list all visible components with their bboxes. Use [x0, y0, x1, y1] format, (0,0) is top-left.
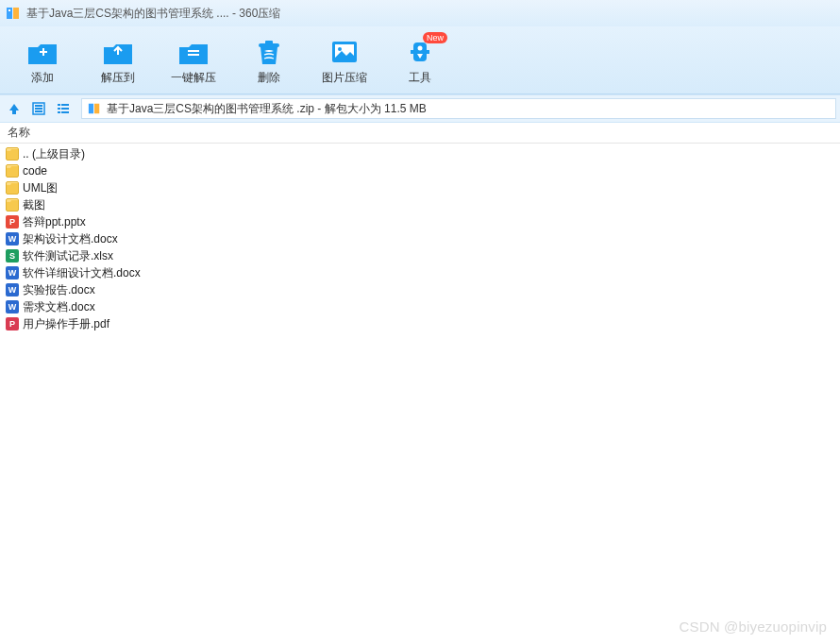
- toolbar-label: 一键解压: [171, 70, 216, 86]
- svg-rect-22: [58, 108, 60, 110]
- list-item[interactable]: W实验报告.docx: [0, 281, 840, 298]
- folder-icon: [6, 198, 19, 212]
- list-item[interactable]: P答辩ppt.pptx: [0, 213, 840, 230]
- svg-rect-25: [61, 111, 69, 113]
- tools-button[interactable]: 工具New: [396, 38, 444, 86]
- archive-icon: [88, 102, 101, 115]
- file-name: 软件测试记录.xlsx: [23, 248, 113, 264]
- svg-rect-8: [265, 41, 273, 44]
- svg-rect-14: [411, 50, 414, 54]
- xlsx-icon: S: [6, 249, 19, 263]
- svg-rect-15: [426, 50, 429, 54]
- list-item[interactable]: 截图: [0, 196, 840, 213]
- list-item[interactable]: P用户操作手册.pdf: [0, 315, 840, 332]
- watermark: CSDN @biyezuopinvip: [679, 619, 827, 635]
- app-icon: [6, 6, 21, 21]
- list-item[interactable]: W架构设计文档.docx: [0, 230, 840, 247]
- toolbar-label: 解压到: [101, 70, 135, 86]
- docx-icon: W: [6, 283, 19, 297]
- file-name: UML图: [23, 180, 58, 196]
- extract_to-button[interactable]: 解压到: [94, 38, 142, 86]
- svg-rect-4: [42, 48, 44, 56]
- svg-point-11: [338, 47, 342, 51]
- svg-rect-6: [188, 54, 199, 56]
- docx-icon: W: [6, 300, 19, 314]
- svg-rect-24: [58, 111, 60, 113]
- file-name: 实验报告.docx: [23, 282, 95, 298]
- toolbar: 添加解压到一键解压删除图片压缩工具New: [0, 26, 840, 94]
- svg-rect-19: [35, 110, 42, 112]
- list-item[interactable]: .. (上级目录): [0, 145, 840, 162]
- view-mode-button[interactable]: [28, 98, 49, 119]
- oneclick-icon: [177, 38, 210, 66]
- file-name: 截图: [23, 197, 45, 213]
- docx-icon: W: [6, 266, 19, 280]
- image-compress-icon: [328, 38, 361, 66]
- image_compress-button[interactable]: 图片压缩: [321, 38, 368, 86]
- svg-rect-26: [89, 104, 93, 114]
- size-value: 11.5 MB: [384, 102, 427, 115]
- folder-icon: [6, 181, 19, 195]
- add-button[interactable]: 添加: [19, 38, 66, 86]
- toolbar-label: 图片压缩: [322, 70, 367, 86]
- delete-button[interactable]: 删除: [245, 38, 293, 86]
- folder-icon: [6, 147, 19, 161]
- svg-point-13: [418, 46, 423, 51]
- svg-rect-20: [58, 104, 60, 106]
- one_click-button[interactable]: 一键解压: [170, 38, 217, 86]
- svg-rect-23: [61, 108, 69, 110]
- new-badge: New: [423, 32, 447, 43]
- file-name: 需求文档.docx: [23, 299, 95, 315]
- file-list: .. (上级目录)codeUML图截图P答辩ppt.pptxW架构设计文档.do…: [0, 144, 840, 334]
- add-icon: [26, 38, 59, 66]
- list-item[interactable]: W需求文档.docx: [0, 298, 840, 315]
- archive-name: 基于Java三层CS架构的图书管理系统 .zip: [107, 102, 314, 115]
- file-name: 用户操作手册.pdf: [23, 316, 109, 332]
- delete-icon: [253, 38, 285, 66]
- list-view-button[interactable]: [53, 98, 74, 119]
- docx-icon: W: [6, 232, 19, 246]
- svg-rect-0: [7, 8, 12, 19]
- svg-rect-18: [35, 108, 42, 110]
- svg-rect-17: [35, 105, 42, 107]
- toolbar-label: 工具: [409, 70, 431, 86]
- file-name: 软件详细设计文档.docx: [23, 265, 141, 281]
- svg-rect-21: [61, 104, 69, 106]
- list-item[interactable]: UML图: [0, 179, 840, 196]
- list-item[interactable]: S软件测试记录.xlsx: [0, 247, 840, 264]
- file-name: code: [23, 164, 47, 178]
- svg-rect-5: [188, 50, 199, 52]
- window-title: 基于Java三层CS架构的图书管理系统 .... - 360压缩: [26, 6, 280, 22]
- file-name: .. (上级目录): [23, 146, 85, 162]
- path-text: 基于Java三层CS架构的图书管理系统 .zip - 解包大小为 11.5 MB: [107, 101, 427, 117]
- file-name: 答辩ppt.pptx: [23, 214, 86, 230]
- nav-up-button[interactable]: [4, 98, 25, 119]
- toolbar-label: 删除: [258, 70, 280, 86]
- list-item[interactable]: W软件详细设计文档.docx: [0, 264, 840, 281]
- path-box[interactable]: 基于Java三层CS架构的图书管理系统 .zip - 解包大小为 11.5 MB: [81, 98, 836, 119]
- folder-icon: [6, 164, 19, 178]
- svg-rect-27: [94, 104, 99, 114]
- toolbar-label: 添加: [31, 70, 54, 86]
- titlebar: 基于Java三层CS架构的图书管理系统 .... - 360压缩: [0, 0, 840, 26]
- list-item[interactable]: code: [0, 162, 840, 179]
- pptx-icon: P: [6, 215, 19, 229]
- svg-rect-2: [8, 9, 10, 11]
- file-name: 架构设计文档.docx: [23, 231, 118, 247]
- column-name: 名称: [8, 125, 30, 141]
- column-header[interactable]: 名称: [0, 123, 840, 144]
- pdf-icon: P: [6, 317, 19, 330]
- pathbar: 基于Java三层CS架构的图书管理系统 .zip - 解包大小为 11.5 MB: [0, 94, 840, 123]
- extract-icon: [102, 38, 134, 66]
- svg-rect-1: [13, 8, 19, 19]
- size-prefix: 解包大小为: [325, 102, 384, 115]
